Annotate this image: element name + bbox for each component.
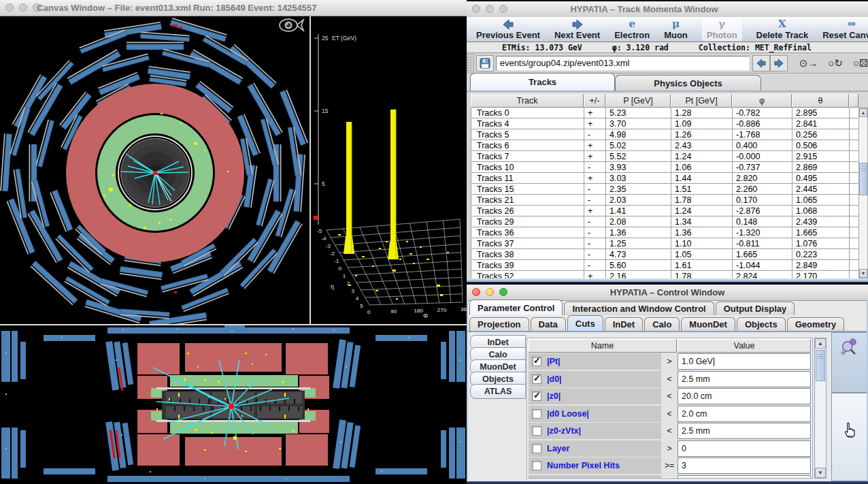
column-header[interactable]: Pt [GeV] (671, 94, 732, 108)
muon-button[interactable]: μMuon (664, 18, 688, 40)
scroll-up-button[interactable]: ▲ (815, 338, 826, 349)
cut-checkbox[interactable] (532, 391, 541, 401)
column-header[interactable]: +/- (584, 94, 605, 108)
table-row[interactable]: Tracks 7+5.521.24-0.0002.915 (471, 151, 858, 162)
cut-value-field[interactable]: 3 (678, 457, 811, 474)
toolbar-drag-handle[interactable] (467, 53, 474, 73)
window-bottom-edge (467, 481, 868, 484)
cut-checkbox[interactable] (532, 444, 541, 453)
table-cell: 5.23 (606, 108, 671, 118)
table-cell: 0.256 (792, 129, 850, 140)
cut-checkbox[interactable] (532, 479, 541, 479)
column-header[interactable]: φ (732, 94, 792, 108)
momenta-window-titlebar[interactable]: HYPATIA – Track Momenta Window (467, 1, 868, 18)
table-cell: 1.78 (671, 271, 733, 278)
zoom-button[interactable] (499, 5, 507, 13)
next-file-button[interactable] (770, 55, 788, 71)
side-tab-atlas[interactable]: ATLAS (470, 384, 526, 399)
cut-value-field[interactable]: 1.0 GeV (678, 353, 811, 370)
tab-projection[interactable]: Projection (469, 317, 529, 331)
window-buttons[interactable] (5, 3, 41, 12)
table-row[interactable]: Tracks 4+3.701.09-0.8862.841 (471, 118, 858, 129)
tab-indet[interactable]: InDet (605, 317, 644, 331)
cut-checkbox[interactable] (532, 409, 541, 419)
scroll-down-button[interactable]: ▼ (859, 269, 867, 278)
cut-checkbox[interactable] (532, 374, 541, 384)
tab-geometry[interactable]: Geometry (787, 317, 845, 331)
electron-button[interactable]: eElectron (614, 18, 650, 40)
scroll-down-button[interactable]: ▼ (815, 468, 826, 478)
tracks-table-header[interactable]: Track+/-P [GeV]Pt [GeV]φθ (471, 94, 858, 108)
table-row[interactable]: Tracks 39-5.601.61-1.0442.849 (471, 260, 858, 271)
svg-text:-2: -2 (330, 251, 335, 257)
cut-value-field[interactable] (678, 475, 811, 479)
control-window-titlebar[interactable]: HYPATIA – Control Window (467, 285, 868, 301)
close-button[interactable] (5, 3, 14, 12)
loop-mode-icon[interactable]: ○↻ (828, 56, 843, 71)
table-row[interactable]: Tracks 5-4.981.26-1.7680.256 (471, 129, 858, 140)
table-row[interactable]: Tracks 52+2.161.782.8242.170 (471, 271, 858, 278)
tab-muondet[interactable]: MuonDet (681, 317, 735, 331)
detector-side-view-canvas[interactable] (0, 324, 467, 484)
cut-checkbox[interactable] (532, 461, 541, 470)
table-row[interactable]: Tracks 15-2.351.512.2602.445 (471, 184, 858, 195)
window-buttons[interactable] (472, 5, 507, 13)
tracks-scrollbar[interactable]: ▲ ▼ (858, 108, 868, 278)
random-mode-icon[interactable]: ○⚄ (853, 56, 868, 71)
delete-track-button[interactable]: XDelete Track (756, 18, 809, 40)
table-row[interactable]: Tracks 38-4.731.051.6650.223 (471, 249, 858, 260)
tab-tracks[interactable]: Tracks (470, 73, 615, 91)
tab-data[interactable]: Data (531, 317, 566, 331)
tab-calo[interactable]: Calo (644, 317, 680, 331)
table-row[interactable]: Tracks 6+5.022.430.4000.506 (471, 140, 858, 151)
minimize-button[interactable] (486, 288, 494, 296)
tab-objects[interactable]: Objects (737, 317, 786, 331)
zoom-tool-icon[interactable] (840, 338, 859, 357)
event-path-field[interactable]: events/group04.zip/event013.xml (496, 56, 750, 71)
table-row[interactable]: Tracks 26+1.411.24-2.8761.068 (471, 206, 858, 216)
save-event-button[interactable] (476, 55, 494, 71)
tab-parameter-control[interactable]: Parameter Control (469, 300, 563, 315)
tab-interaction-and-window-control[interactable]: Interaction and Window Control (564, 302, 714, 315)
tab-cuts[interactable]: Cuts (567, 315, 603, 331)
previous-event-button[interactable]: Previous Event (476, 18, 540, 40)
close-button[interactable] (472, 288, 480, 296)
table-row[interactable]: Tracks 21-2.031.780.1701.065 (471, 195, 858, 206)
cut-checkbox[interactable] (532, 426, 541, 436)
column-header[interactable]: Track (471, 94, 584, 108)
minimize-button[interactable] (19, 3, 27, 12)
tab-physics-objects[interactable]: Physics Objects (615, 75, 761, 91)
cut-value-field[interactable]: 2.5 mm (678, 371, 811, 387)
scrollbar-thumb[interactable] (816, 350, 825, 381)
detector-end-view-canvas[interactable] (0, 16, 311, 324)
cut-value-field[interactable]: 20.0 cm (678, 388, 811, 404)
cut-value-field[interactable]: 0 (678, 440, 811, 457)
window-buttons[interactable] (472, 288, 507, 296)
column-header[interactable]: θ (792, 94, 849, 108)
scrollbar-thumb[interactable] (859, 163, 867, 195)
table-row[interactable]: Tracks 0+5.231.28-0.7822.895 (471, 108, 858, 118)
cuts-scrollbar[interactable]: ▲ ▼ (814, 338, 827, 479)
table-row[interactable]: Tracks 29-2.081.340.1482.439 (471, 216, 858, 227)
canvas-window-titlebar[interactable]: Canvas Window – File: event013.xml Run: … (0, 0, 467, 16)
previous-file-button[interactable] (752, 55, 770, 71)
table-cell: 2.895 (792, 108, 850, 118)
table-row[interactable]: Tracks 36-1.361.36-1.3201.665 (471, 227, 858, 238)
cut-value-field[interactable]: 2.5 mm (678, 423, 811, 439)
zoom-button[interactable] (499, 288, 507, 296)
scroll-up-button[interactable]: ▲ (859, 108, 867, 117)
cut-checkbox[interactable] (532, 357, 541, 366)
reset-canvas-button[interactable]: ⇔Reset Canvas (822, 18, 868, 40)
close-button[interactable] (472, 5, 480, 13)
sequential-mode-icon[interactable]: ⊙→ (799, 56, 818, 71)
photon-button[interactable]: γPhoton (702, 18, 742, 41)
next-event-button[interactable]: Next Event (554, 18, 600, 40)
lego-et-plot-canvas[interactable]: 25155ET (GeV)-5-4-3-2-1012345η0901802703… (311, 16, 467, 324)
cut-value-field[interactable]: 2.0 cm (678, 406, 811, 422)
table-row[interactable]: Tracks 10-3.931.06-0.7372.869 (471, 162, 858, 173)
minimize-button[interactable] (486, 5, 494, 13)
table-row[interactable]: Tracks 11+3.031.442.8200.495 (471, 173, 858, 184)
table-row[interactable]: Tracks 37-1.251.10-0.8111.076 (471, 238, 858, 249)
tab-output-display[interactable]: Output Display (716, 302, 795, 315)
column-header[interactable]: P [GeV] (605, 94, 671, 108)
